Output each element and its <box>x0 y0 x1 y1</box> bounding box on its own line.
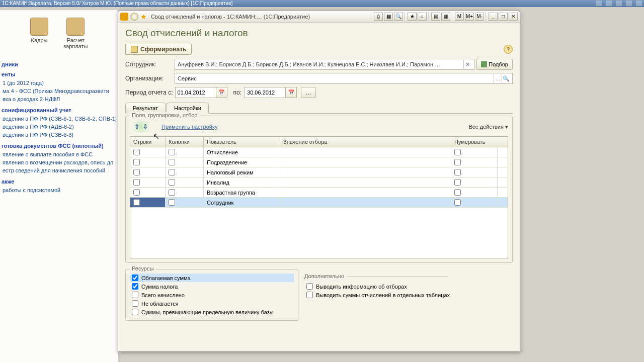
nav-item[interactable]: работы с подсистемой <box>2 186 116 194</box>
tb-icon[interactable] <box>596 1 602 6</box>
number-checkbox[interactable] <box>454 169 461 175</box>
row-checkbox[interactable] <box>133 169 140 175</box>
nav-item[interactable]: естр сведений для начисления пособий <box>2 166 116 174</box>
tb-star-icon[interactable]: ★ <box>408 13 417 21</box>
org-input[interactable]: Сервис … 🔍 <box>175 73 513 84</box>
tb-mminus-icon[interactable]: M- <box>475 13 484 21</box>
col-checkbox[interactable] <box>169 169 175 175</box>
tb-m-icon[interactable]: M <box>455 13 464 21</box>
table-row[interactable]: Сотрудник <box>130 198 508 208</box>
filter-cell[interactable] <box>280 147 451 157</box>
desktop-panel: Кадры Расчет зарплаты дники енты 1 (до 2… <box>0 10 118 362</box>
tb-icon[interactable]: ▦ <box>384 13 393 21</box>
col-checkbox[interactable] <box>169 149 175 155</box>
filter-cell[interactable] <box>280 188 451 197</box>
tb-mplus-icon[interactable]: M+ <box>465 13 474 21</box>
row-checkbox[interactable] <box>133 149 140 155</box>
apply-settings-link[interactable]: Применить настройку <box>162 124 217 130</box>
col-columns[interactable]: Колонки <box>166 137 204 147</box>
tb-calc-icon[interactable]: ▦ <box>441 13 450 21</box>
move-up-icon[interactable]: ⇧ <box>133 123 141 130</box>
maximize-button[interactable]: □ <box>499 13 508 21</box>
tb-icon[interactable] <box>616 1 622 6</box>
nav-item[interactable]: ма 4 - ФСС (Приказ Минздравсоцразвити <box>2 87 116 95</box>
form-button[interactable]: Сформировать <box>125 44 192 55</box>
indicator-cell: Отчисление <box>204 147 280 157</box>
extra-checkbox[interactable] <box>306 292 313 298</box>
resource-checkbox[interactable] <box>132 292 138 298</box>
nav-item[interactable]: явление о выплате пособия в ФСС <box>2 150 116 158</box>
dropdown-icon[interactable]: … <box>494 74 502 83</box>
col-checkbox[interactable] <box>169 159 175 165</box>
table-row[interactable]: Отчисление <box>130 147 508 157</box>
resource-item[interactable]: Сумма налога <box>130 282 294 291</box>
tb-print-icon[interactable]: ⎙ <box>374 13 383 21</box>
nav-item[interactable]: ведения в ПФ РФ (СЗВ-6-3) <box>2 131 116 139</box>
star-icon[interactable]: ★ <box>140 13 147 21</box>
search-icon[interactable]: 🔍 <box>502 74 510 83</box>
tb-icon[interactable] <box>636 1 642 6</box>
minimize-button[interactable]: _ <box>489 13 498 21</box>
nav-item[interactable]: ведения в ПФ РФ (АДВ-6-2) <box>2 123 116 131</box>
table-row[interactable]: Возрастная группа <box>130 188 508 198</box>
tb-icon[interactable]: ⌂ <box>418 13 427 21</box>
date-to-input[interactable]: 30.06.2012 <box>245 87 286 98</box>
row-checkbox[interactable] <box>133 159 140 165</box>
col-indicator[interactable]: Показатель <box>204 137 280 147</box>
row-checkbox[interactable] <box>133 189 140 196</box>
period-ellipsis-button[interactable]: … <box>301 87 316 98</box>
calendar-icon[interactable]: 📅 <box>216 87 227 98</box>
number-checkbox[interactable] <box>454 159 461 165</box>
employee-input[interactable]: Ануфриев В.И.; Борисов Д.Б.; Борисов Д.Б… <box>175 59 474 70</box>
podbor-button[interactable]: Подбор <box>476 59 513 70</box>
desktop-icon-raschet[interactable]: Расчет зарплаты <box>63 18 88 49</box>
desktop-icon-kadry[interactable]: Кадры <box>30 18 48 49</box>
nav-item[interactable]: вка о доходах 2-НДФЛ <box>2 95 116 103</box>
extra-checkbox[interactable] <box>306 283 313 290</box>
extra-item[interactable]: Выводить суммы отчислений в отдельных та… <box>304 291 513 299</box>
resource-checkbox[interactable] <box>132 300 138 307</box>
number-checkbox[interactable] <box>454 189 461 196</box>
resource-item[interactable]: Всего начислено <box>130 291 294 299</box>
row-checkbox[interactable] <box>133 199 140 206</box>
calendar-icon[interactable]: 📅 <box>286 87 297 98</box>
date-from-input[interactable]: 01.04.2012 <box>175 87 216 98</box>
all-actions-menu[interactable]: Все действия ▾ <box>469 124 508 130</box>
col-checkbox[interactable] <box>169 179 175 186</box>
number-checkbox[interactable] <box>454 149 461 155</box>
filter-cell[interactable] <box>280 177 451 187</box>
tb-icon[interactable] <box>606 1 612 6</box>
tb-icon[interactable] <box>626 1 632 6</box>
help-icon[interactable]: ? <box>504 45 513 54</box>
tb-icon[interactable]: 🔍 <box>394 13 403 21</box>
tb-icon[interactable]: ▤ <box>431 13 440 21</box>
number-checkbox[interactable] <box>454 199 461 206</box>
table-row[interactable]: Инвалид <box>130 177 508 188</box>
col-filter[interactable]: Значение отбора <box>280 137 451 147</box>
col-number[interactable]: Нумеровать <box>451 137 498 147</box>
nav-item[interactable]: явления о возмещении расходов, опись дл <box>2 158 116 166</box>
move-down-icon[interactable]: ⇩ <box>141 123 149 130</box>
nav-item[interactable]: 1 (до 2012 года) <box>2 79 116 87</box>
close-button[interactable]: ✕ <box>509 13 518 21</box>
extra-item[interactable]: Выводить информацию об отборах <box>304 282 513 291</box>
number-checkbox[interactable] <box>454 179 461 186</box>
clear-icon[interactable]: ✕ <box>463 60 471 69</box>
back-icon[interactable] <box>130 13 138 21</box>
table-row[interactable]: Подразделение <box>130 157 508 167</box>
resource-item[interactable]: Не облагается <box>130 299 294 308</box>
col-checkbox[interactable] <box>169 189 175 196</box>
resource-checkbox[interactable] <box>132 283 138 290</box>
resource-checkbox[interactable] <box>132 309 138 315</box>
col-checkbox[interactable] <box>169 199 175 206</box>
filter-cell[interactable] <box>280 157 451 167</box>
col-rows[interactable]: Строки <box>130 137 166 147</box>
filter-cell[interactable] <box>280 167 451 177</box>
resource-checkbox[interactable] <box>132 275 138 281</box>
row-checkbox[interactable] <box>133 179 140 186</box>
table-row[interactable]: Налоговый режим <box>130 167 508 177</box>
filter-cell[interactable] <box>280 198 451 207</box>
resource-item[interactable]: Облагаемая сумма <box>130 274 294 282</box>
nav-item[interactable]: ведения в ПФ РФ (СЗВ-6-1, СЗВ-6-2, СПВ-1… <box>2 115 116 123</box>
resource-item[interactable]: Суммы, превышающие предельную величину б… <box>130 308 294 316</box>
